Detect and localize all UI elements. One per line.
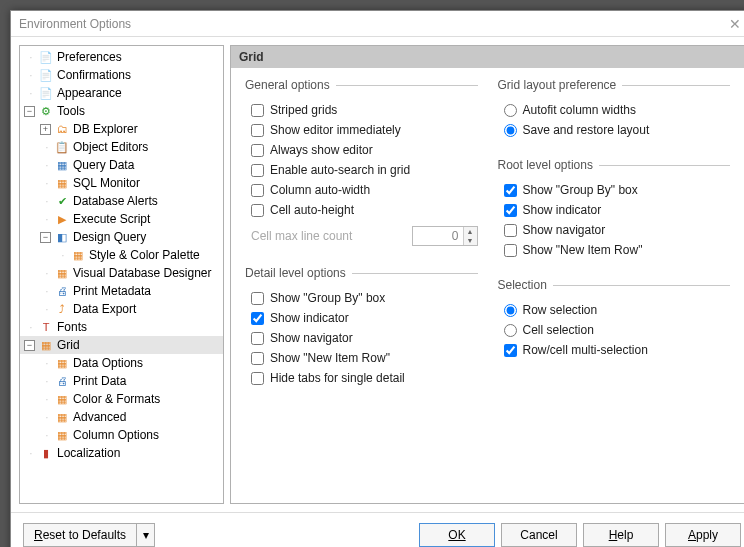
tree-item-tools[interactable]: −⚙Tools [20,102,223,120]
tree-item-label: SQL Monitor [73,176,140,190]
tree-node-icon: ▦ [54,427,70,443]
group-legend: General options [245,78,336,92]
detail-groupby-checkbox[interactable] [251,292,264,305]
tree-item-query-data[interactable]: ·▦Query Data [20,156,223,174]
tree-item-label: Tools [57,104,85,118]
tree-item-db-explorer[interactable]: +🗂DB Explorer [20,120,223,138]
always-show-editor-checkbox[interactable] [251,144,264,157]
checkbox-label: Hide tabs for single detail [270,371,405,385]
tree-item-visual-database-designer[interactable]: ·▦Visual Database Designer [20,264,223,282]
spinner-down-icon[interactable]: ▼ [463,236,477,245]
autofit-radio[interactable] [504,104,517,117]
close-icon[interactable]: ✕ [725,16,744,32]
root-navigator-checkbox[interactable] [504,224,517,237]
root-groupby-checkbox[interactable] [504,184,517,197]
checkbox-label: Show "New Item Row" [270,351,390,365]
tree-item-localization[interactable]: ·▮Localization [20,444,223,462]
tree-item-preferences[interactable]: ·📄Preferences [20,48,223,66]
tree-item-color-formats[interactable]: ·▦Color & Formats [20,390,223,408]
striped-grids-checkbox[interactable] [251,104,264,117]
checkbox-label: Show navigator [523,223,606,237]
auto-search-checkbox[interactable] [251,164,264,177]
tree-item-label: Grid [57,338,80,352]
multi-selection-checkbox[interactable] [504,344,517,357]
show-editor-immediately-checkbox[interactable] [251,124,264,137]
cell-autoheight-checkbox[interactable] [251,204,264,217]
button-bar: RReset to Defaultseset to Defaults ▾ OK … [11,512,744,547]
collapse-icon[interactable]: − [24,340,35,351]
tree-item-sql-monitor[interactable]: ·▦SQL Monitor [20,174,223,192]
tree-item-label: Print Data [73,374,126,388]
root-newitem-checkbox[interactable] [504,244,517,257]
tree-node-icon: ▦ [38,337,54,353]
column-autowidth-checkbox[interactable] [251,184,264,197]
detail-level-group: Detail level options Show "Group By" box… [245,266,478,396]
tree-item-advanced[interactable]: ·▦Advanced [20,408,223,426]
row-selection-radio[interactable] [504,304,517,317]
titlebar: Environment Options ✕ [11,11,744,37]
group-legend: Grid layout preference [498,78,623,92]
radio-label: Save and restore layout [523,123,650,137]
tree-item-print-data[interactable]: ·🖨Print Data [20,372,223,390]
tree-node-icon: ▦ [54,175,70,191]
general-options-group: General options Striped grids Show edito… [245,78,478,256]
tree-node-icon: 🖨 [54,283,70,299]
radio-label: Cell selection [523,323,594,337]
tree-node-icon: ▦ [54,409,70,425]
tree-item-label: Preferences [57,50,122,64]
detail-indicator-checkbox[interactable] [251,312,264,325]
detail-navigator-checkbox[interactable] [251,332,264,345]
window-title: Environment Options [19,17,725,31]
tree-item-label: Execute Script [73,212,150,226]
checkbox-label: Show "Group By" box [523,183,638,197]
tree-node-icon: ▦ [54,157,70,173]
reset-dropdown-icon[interactable]: ▾ [137,523,155,547]
detail-newitem-checkbox[interactable] [251,352,264,365]
tree-item-confirmations[interactable]: ·📄Confirmations [20,66,223,84]
tree-item-object-editors[interactable]: ·📋Object Editors [20,138,223,156]
tree-item-data-export[interactable]: ·⤴Data Export [20,300,223,318]
tree-item-column-options[interactable]: ·▦Column Options [20,426,223,444]
tree-item-appearance[interactable]: ·📄Appearance [20,84,223,102]
cancel-button[interactable]: Cancel [501,523,577,547]
root-indicator-checkbox[interactable] [504,204,517,217]
tree-item-data-options[interactable]: ·▦Data Options [20,354,223,372]
reset-split-button[interactable]: RReset to Defaultseset to Defaults ▾ [23,523,155,547]
expand-icon[interactable]: + [40,124,51,135]
checkbox-label: Always show editor [270,143,373,157]
tree-node-icon: ▮ [38,445,54,461]
collapse-icon[interactable]: − [24,106,35,117]
cell-max-input[interactable] [413,227,463,245]
tree-item-database-alerts[interactable]: ·✔Database Alerts [20,192,223,210]
tree-item-grid[interactable]: −▦Grid [20,336,223,354]
tree-item-fonts[interactable]: ·TFonts [20,318,223,336]
checkbox-label: Show navigator [270,331,353,345]
group-legend: Detail level options [245,266,352,280]
hide-tabs-checkbox[interactable] [251,372,264,385]
group-legend: Root level options [498,158,599,172]
tree-node-icon: 📄 [38,67,54,83]
checkbox-label: Row/cell multi-selection [523,343,648,357]
group-legend: Selection [498,278,553,292]
checkbox-label: Column auto-width [270,183,370,197]
tree-item-label: Print Metadata [73,284,151,298]
cell-selection-radio[interactable] [504,324,517,337]
save-layout-radio[interactable] [504,124,517,137]
tree-node-icon: 🗂 [54,121,70,137]
collapse-icon[interactable]: − [40,232,51,243]
apply-button[interactable]: ApplyApply [665,523,741,547]
tree-node-icon: ▦ [54,391,70,407]
tree-item-style-color-palette[interactable]: ·▦Style & Color Palette [20,246,223,264]
cell-max-spinner[interactable]: ▲ ▼ [412,226,478,246]
reset-button[interactable]: RReset to Defaultseset to Defaults [23,523,137,547]
tree-item-design-query[interactable]: −◧Design Query [20,228,223,246]
tree-node-icon: 🖨 [54,373,70,389]
tree-node-icon: T [38,319,54,335]
tree-node-icon: ◧ [54,229,70,245]
spinner-up-icon[interactable]: ▲ [463,227,477,236]
tree-item-print-metadata[interactable]: ·🖨Print Metadata [20,282,223,300]
ok-button[interactable]: OK [419,523,495,547]
nav-tree[interactable]: ·📄Preferences·📄Confirmations·📄Appearance… [19,45,224,504]
help-button[interactable]: HelpHelp [583,523,659,547]
tree-item-execute-script[interactable]: ·▶Execute Script [20,210,223,228]
